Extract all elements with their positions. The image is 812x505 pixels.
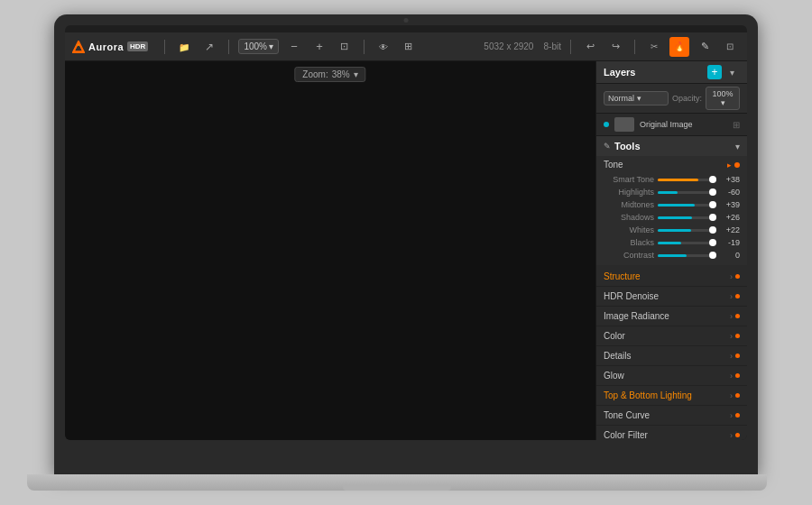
grid-button[interactable]: ⊞ — [399, 37, 419, 57]
contrast-label: Contrast — [607, 251, 654, 260]
panel-item-4[interactable]: Details› — [596, 346, 747, 366]
smart-tone-label: Smart Tone — [607, 175, 654, 184]
blend-mode-select[interactable]: Normal ▾ — [604, 91, 669, 106]
main-content: Zoom: 38% ▾ Layers + — [65, 61, 747, 440]
smart-tone-fill — [658, 179, 698, 181]
contrast-thumb[interactable] — [709, 252, 716, 259]
export-button[interactable]: ⊡ — [720, 37, 740, 57]
toolbar: Aurora HDR 100% ▾ — [65, 32, 747, 61]
zoom-out-button[interactable] — [284, 37, 304, 57]
panel-item-dot-1 — [735, 294, 740, 298]
highlights-thumb[interactable] — [709, 188, 716, 196]
panel-item-label-1: HDR Denoise — [604, 291, 730, 301]
crop-icon: ✂ — [651, 41, 658, 51]
crop-button[interactable]: ✂ — [644, 37, 664, 57]
opacity-row: Normal ▾ Opacity: 100% ▾ — [596, 84, 747, 114]
layer-thumbnail — [614, 117, 634, 132]
panel-item-5[interactable]: Glow› — [596, 366, 747, 386]
layers-header: Layers + ▾ — [596, 61, 747, 84]
whites-thumb[interactable] — [709, 226, 716, 234]
open-file-button[interactable] — [174, 37, 194, 57]
toolbar-sep-5 — [634, 40, 635, 54]
tone-active-dot — [734, 162, 740, 168]
blacks-label: Blacks — [607, 238, 654, 247]
midtones-slider-row: Midtones +39 — [596, 198, 747, 211]
panel-item-dot-8 — [735, 433, 740, 437]
toolbar-sep-2 — [228, 40, 229, 54]
layers-title: Layers — [604, 67, 707, 78]
panel-item-arrow-1: › — [730, 292, 733, 301]
dimensions-display: 5032 x 2920 8-bit — [484, 41, 561, 51]
whites-label: Whites — [607, 225, 654, 234]
smart-tone-track[interactable] — [658, 179, 715, 181]
undo-button[interactable] — [580, 37, 600, 57]
panel-item-8[interactable]: Color Filter› — [596, 426, 747, 440]
svg-point-4 — [78, 44, 79, 46]
zoom-display: 100% ▾ — [238, 39, 279, 54]
tone-section-header[interactable]: Tone ▸ — [596, 156, 747, 173]
pencil-tools-icon: ✎ — [604, 142, 611, 151]
redo-button[interactable] — [605, 37, 625, 57]
panel-item-label-4: Details — [604, 351, 730, 361]
whites-track[interactable] — [658, 229, 715, 232]
opacity-chevron-icon: ▾ — [721, 98, 725, 107]
highlights-track[interactable] — [658, 191, 715, 194]
panel-item-7[interactable]: Tone Curve› — [596, 406, 747, 426]
blacks-fill — [658, 242, 681, 244]
redo-icon — [612, 41, 620, 52]
smart-tone-thumb[interactable] — [709, 176, 716, 183]
shadows-label: Shadows — [607, 213, 654, 222]
active-tool-button[interactable]: 🔥 — [669, 37, 689, 57]
zoom-chevron: ▾ — [269, 41, 273, 51]
blend-chevron-icon: ▾ — [637, 94, 641, 103]
undo-icon — [586, 41, 595, 52]
right-panel: Layers + ▾ Normal ▾ — [595, 61, 747, 440]
contrast-track[interactable] — [658, 254, 715, 257]
panel-item-label-6: Top & Bottom Lighting — [604, 390, 730, 400]
panel-item-3[interactable]: Color› — [596, 326, 747, 346]
panel-item-arrow-6: › — [730, 391, 733, 400]
blacks-value: -19 — [718, 238, 740, 247]
panel-item-dot-6 — [735, 393, 740, 398]
layer-settings-icon: ⊞ — [733, 120, 740, 130]
app: Aurora HDR 100% ▾ — [65, 25, 747, 440]
logo-icon — [72, 41, 85, 53]
layer-visibility-dot — [604, 122, 609, 127]
panel-item-arrow-0: › — [730, 272, 733, 281]
panel-item-2[interactable]: Image Radiance› — [596, 307, 747, 326]
blacks-thumb[interactable] — [709, 239, 716, 246]
tone-section: Tone ▸ Smart Tone — [596, 156, 747, 265]
midtones-thumb[interactable] — [709, 201, 716, 208]
share-button[interactable] — [199, 37, 219, 57]
pencil-button[interactable] — [695, 37, 715, 57]
panel-item-arrow-8: › — [730, 431, 733, 440]
shadows-track[interactable] — [658, 216, 715, 219]
panel-item-label-7: Tone Curve — [604, 410, 730, 420]
add-layer-button[interactable]: + — [707, 65, 722, 79]
tone-expand-icon: ▸ — [727, 161, 732, 170]
opacity-value[interactable]: 100% ▾ — [706, 87, 740, 110]
fit-button[interactable] — [335, 37, 355, 57]
zoom-in-button[interactable] — [309, 37, 329, 57]
panel-item-1[interactable]: HDR Denoise› — [596, 287, 747, 307]
eye-button[interactable] — [374, 37, 393, 57]
layer-item[interactable]: Original Image ⊞ — [596, 114, 747, 136]
layers-options-button[interactable]: ▾ — [724, 65, 740, 79]
shadows-thumb[interactable] — [709, 214, 716, 221]
whites-value: +22 — [718, 225, 740, 234]
panel-item-6[interactable]: Top & Bottom Lighting› — [596, 386, 747, 406]
highlights-value: -60 — [718, 188, 740, 197]
midtones-label: Midtones — [607, 200, 654, 209]
toolbar-sep-4 — [570, 40, 571, 54]
panel-item-label-3: Color — [604, 331, 730, 341]
panel-item-0[interactable]: Structure› — [596, 267, 747, 287]
tone-title: Tone — [604, 160, 727, 170]
panel-item-label-5: Glow — [604, 371, 730, 381]
panel-item-dot-0 — [735, 274, 740, 279]
zoom-value: 100% — [244, 41, 267, 51]
contrast-slider-row: Contrast 0 — [596, 249, 747, 262]
canvas-area[interactable]: Zoom: 38% ▾ — [65, 61, 595, 440]
panel-item-label-0: Structure — [604, 271, 730, 281]
blacks-track[interactable] — [658, 242, 715, 244]
midtones-track[interactable] — [658, 204, 715, 207]
